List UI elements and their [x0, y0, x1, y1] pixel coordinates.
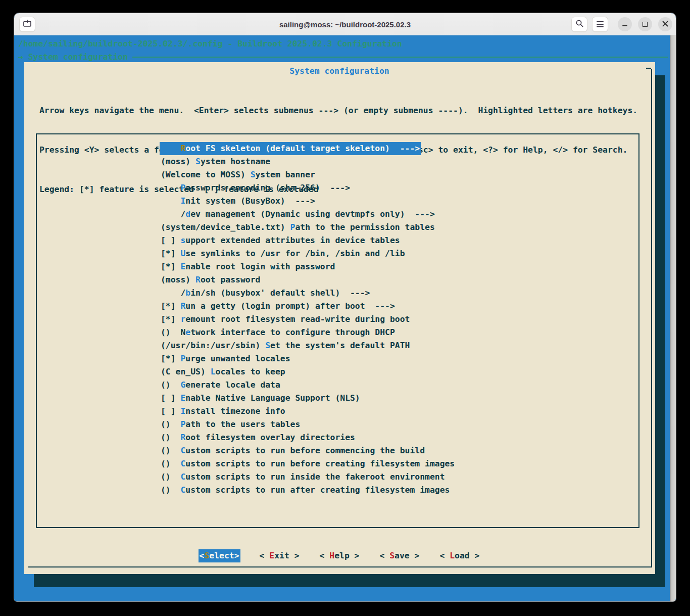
menu-item[interactable]: [*] Enable root login with password: [161, 260, 638, 273]
menu-item[interactable]: Root FS skeleton (default target skeleto…: [161, 142, 638, 155]
close-icon: [662, 20, 668, 29]
hotkey-letter: R: [195, 275, 201, 285]
hotkey-letter: S: [389, 551, 395, 560]
hotkey-letter: C: [180, 485, 185, 495]
hamburger-menu-icon: [597, 20, 604, 29]
hotkey-letter: P: [180, 183, 185, 193]
menu-list: Root FS skeleton (default target skeleto…: [36, 133, 639, 528]
terminal-scrollbar[interactable]: [670, 35, 676, 601]
hotkey-letter: s: [180, 235, 185, 245]
menu-item[interactable]: () Custom scripts to run before commenci…: [161, 444, 638, 457]
dialog-title: System configuration: [24, 65, 655, 78]
menu-item[interactable]: (system/device_table.txt) Path to the pe…: [161, 221, 638, 234]
exit-button[interactable]: < Exit >: [260, 549, 300, 562]
hotkey-letter: G: [180, 380, 185, 390]
hotkey-letter: R: [180, 433, 185, 442]
hotkey-letter: L: [211, 367, 216, 376]
minimize-button[interactable]: [618, 17, 632, 31]
menu-item[interactable]: (moss) System hostname: [161, 155, 638, 168]
menu-item[interactable]: [ ] Enable Native Language Support (NLS): [161, 392, 638, 405]
system-configuration-dialog: System configuration Arrow keys navigate…: [24, 62, 655, 574]
hotkey-letter: C: [180, 459, 185, 468]
dialog-button-row: <Select>< Exit >< Help >< Save >< Load >: [24, 549, 655, 562]
menu-item[interactable]: () Generate locale data: [161, 378, 638, 392]
menu-item[interactable]: () Root filesystem overlay directories: [161, 431, 638, 444]
hotkey-letter: U: [180, 249, 185, 258]
search-button[interactable]: [571, 17, 587, 32]
menu-item[interactable]: () Custom scripts to run inside the fake…: [161, 470, 638, 484]
menu-item[interactable]: (C en_US) Locales to keep: [161, 365, 638, 378]
hotkey-letter: R: [180, 301, 185, 311]
hotkey-letter: P: [180, 419, 185, 429]
select-button[interactable]: <Select>: [199, 549, 240, 562]
menu-item[interactable]: /dev management (Dynamic using devtmpfs …: [161, 208, 638, 221]
save-button[interactable]: < Save >: [379, 549, 419, 562]
hotkey-letter: L: [450, 551, 455, 560]
main-menu-button[interactable]: [592, 17, 608, 32]
hotkey-letter: S: [195, 157, 201, 166]
maximize-button[interactable]: [638, 17, 652, 31]
titlebar: sailing@moss: ~/buildroot-2025.02.3: [14, 13, 676, 35]
menu-item[interactable]: (Welcome to MOSS) System banner: [161, 168, 638, 181]
hotkey-letter: e: [185, 327, 190, 337]
menu-item[interactable]: () Custom scripts to run before creating…: [161, 457, 638, 470]
minimize-icon: [622, 25, 627, 26]
menu-item[interactable]: (/usr/bin:/usr/sbin) Set the system's de…: [161, 339, 638, 352]
hotkey-letter: S: [251, 170, 256, 179]
maximize-icon: [643, 22, 648, 27]
help-button[interactable]: < Help >: [320, 549, 360, 562]
hotkey-letter: I: [180, 406, 185, 416]
hotkey-letter: r: [180, 314, 185, 324]
menu-item[interactable]: Passwords encoding (sha-256) --->: [161, 181, 638, 195]
menu-item[interactable]: Init system (BusyBox) --->: [161, 195, 638, 208]
terminal-screen: /home/sailing/buildroot-2025.02.3/.confi…: [14, 35, 676, 601]
menu-item[interactable]: [*] Use symlinks to /usr for /bin, /sbin…: [161, 247, 638, 260]
hotkey-letter: S: [204, 551, 209, 560]
hotkey-letter: C: [180, 446, 185, 455]
menu-item[interactable]: [ ] Install timezone info: [161, 405, 638, 418]
terminal-window: sailing@moss: ~/buildroot-2025.02.3: [14, 13, 676, 601]
menu-item[interactable]: [*] Run a getty (login prompt) after boo…: [161, 300, 638, 313]
hotkey-letter: I: [180, 196, 185, 206]
hotkey-letter: E: [180, 393, 185, 403]
hotkey-letter: b: [185, 288, 190, 298]
hotkey-letter: P: [290, 222, 295, 232]
hotkey-letter: E: [180, 262, 185, 271]
search-icon: [575, 19, 584, 30]
hotkey-letter: S: [265, 341, 270, 350]
close-button[interactable]: [658, 17, 672, 31]
menu-item[interactable]: () Custom scripts to run after creating …: [161, 484, 638, 497]
menu-item[interactable]: () Network interface to configure throug…: [161, 326, 638, 339]
load-button[interactable]: < Load >: [439, 549, 479, 562]
hotkey-letter: d: [185, 209, 190, 219]
menuconfig-backtitle: /home/sailing/buildroot-2025.02.3/.confi…: [18, 37, 402, 51]
hotkey-letter: H: [329, 551, 334, 560]
hotkey-letter: R: [180, 144, 185, 153]
instruction-line: Arrow keys navigate the menu. <Enter> se…: [39, 104, 637, 117]
menu-item[interactable]: [*] Purge unwanted locales: [161, 352, 638, 365]
menu-item[interactable]: () Path to the users tables: [161, 418, 638, 431]
hotkey-letter: P: [180, 354, 185, 363]
menu-item[interactable]: /bin/sh (busybox' default shell) --->: [161, 287, 638, 300]
menu-item[interactable]: [ ] support extended attributes in devic…: [161, 234, 638, 247]
menu-item[interactable]: [*] remount root filesystem read-write d…: [161, 313, 638, 326]
hotkey-letter: E: [269, 551, 274, 560]
hotkey-letter: C: [180, 472, 185, 482]
breadcrumb-rule: [132, 57, 668, 58]
menu-item[interactable]: (moss) Root password: [161, 273, 638, 287]
